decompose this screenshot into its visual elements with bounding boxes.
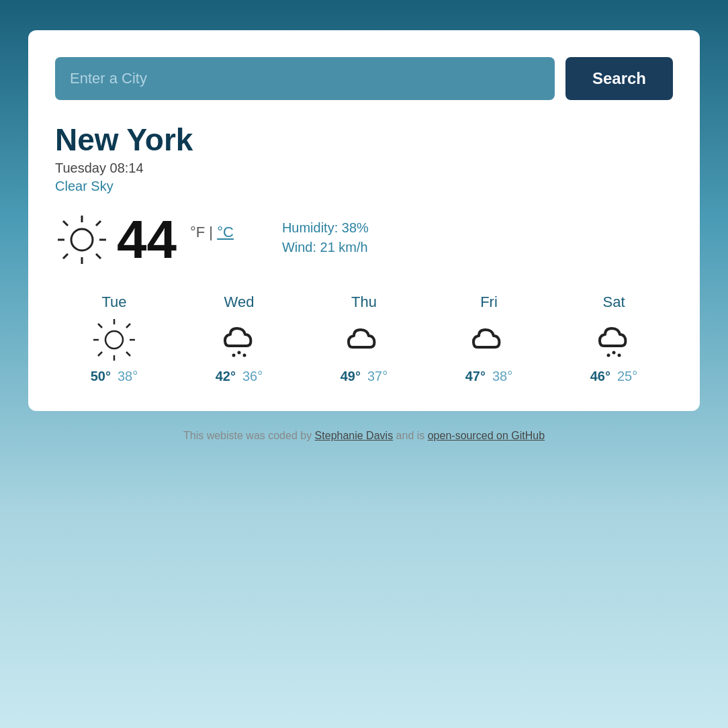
svg-point-22 bbox=[607, 354, 610, 357]
sun-icon bbox=[91, 316, 138, 363]
svg-line-16 bbox=[98, 352, 102, 356]
footer: This webiste was coded by Stephanie Davi… bbox=[183, 430, 545, 442]
unit-f[interactable]: °F bbox=[190, 224, 205, 240]
high-temp: 46° bbox=[590, 369, 610, 384]
search-row: Search bbox=[55, 57, 673, 100]
svg-line-14 bbox=[126, 352, 130, 356]
svg-line-15 bbox=[126, 324, 130, 328]
svg-point-18 bbox=[238, 351, 241, 355]
svg-point-17 bbox=[105, 331, 123, 349]
date-time: Tuesday 08:14 bbox=[55, 161, 673, 176]
svg-point-23 bbox=[618, 354, 621, 357]
unit-c[interactable]: °C bbox=[217, 224, 234, 240]
svg-line-5 bbox=[96, 254, 101, 259]
unit-toggle: °F | °C bbox=[190, 224, 234, 241]
low-temp: 38° bbox=[118, 369, 138, 384]
high-temp: 42° bbox=[216, 369, 236, 384]
forecast-day-label: Thu bbox=[351, 293, 377, 311]
author-link[interactable]: Stephanie Davis bbox=[315, 430, 394, 441]
svg-point-8 bbox=[71, 229, 93, 251]
svg-line-6 bbox=[96, 221, 101, 226]
cloud-snow-icon bbox=[590, 316, 637, 363]
city-name: New York bbox=[55, 122, 673, 158]
forecast-day-label: Wed bbox=[224, 293, 255, 311]
forecast-day-label: Sat bbox=[602, 293, 625, 311]
cloud-snow-icon bbox=[216, 316, 263, 363]
weather-card: Search New York Tuesday 08:14 Clear Sky … bbox=[28, 30, 700, 411]
forecast-day-sat: Sat 46° 25° bbox=[555, 293, 673, 384]
forecast-day-thu: Thu 49° 37° bbox=[305, 293, 423, 384]
svg-line-7 bbox=[63, 254, 68, 259]
wind: Wind: 21 km/h bbox=[282, 240, 369, 255]
condition: Clear Sky bbox=[55, 179, 673, 194]
forecast-day-label: Tue bbox=[101, 293, 126, 311]
footer-text-before: This webiste was coded by bbox=[183, 430, 315, 441]
search-input[interactable] bbox=[55, 57, 555, 100]
current-weather: 44 °F | °C Humidity: 38% Wind: 21 km/h bbox=[55, 213, 673, 267]
search-button[interactable]: Search bbox=[565, 57, 673, 100]
weather-stats: Humidity: 38% Wind: 21 km/h bbox=[282, 220, 369, 259]
unit-separator: | bbox=[209, 224, 217, 240]
humidity: Humidity: 38% bbox=[282, 220, 369, 236]
svg-point-19 bbox=[232, 354, 236, 357]
high-temp: 49° bbox=[340, 369, 361, 384]
svg-line-13 bbox=[98, 324, 102, 328]
forecast-day-wed: Wed 42° 36° bbox=[180, 293, 298, 384]
cloud-icon bbox=[465, 316, 512, 363]
svg-point-20 bbox=[243, 354, 246, 357]
cloud-icon bbox=[340, 316, 388, 363]
forecast-row: Tue 50° 38° Wed bbox=[55, 293, 673, 384]
low-temp: 36° bbox=[242, 369, 263, 384]
temperature: 44 bbox=[117, 213, 177, 267]
low-temp: 25° bbox=[617, 369, 637, 384]
github-link[interactable]: open-sourced on GitHub bbox=[428, 430, 545, 441]
footer-text-middle: and is bbox=[396, 430, 428, 441]
svg-line-4 bbox=[63, 221, 68, 226]
sun-icon bbox=[55, 213, 109, 267]
forecast-day-fri: Fri 47° 38° bbox=[430, 293, 548, 384]
high-temp: 50° bbox=[91, 369, 111, 384]
forecast-day-label: Fri bbox=[480, 293, 498, 311]
forecast-day-tue: Tue 50° 38° bbox=[55, 293, 173, 384]
low-temp: 37° bbox=[367, 369, 388, 384]
low-temp: 38° bbox=[492, 369, 512, 384]
svg-point-21 bbox=[612, 351, 616, 355]
high-temp: 47° bbox=[465, 369, 486, 384]
